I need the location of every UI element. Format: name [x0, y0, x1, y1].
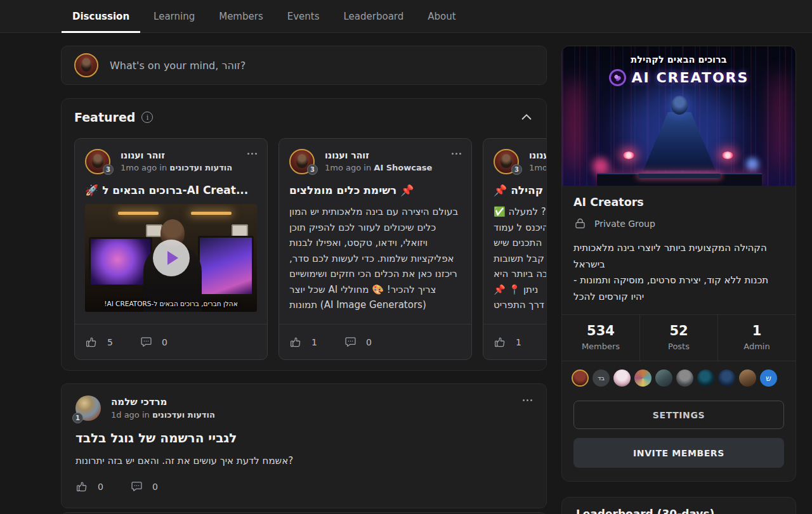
comment-count: 0 — [162, 337, 167, 347]
body-line: בה ביותר היא — [494, 266, 547, 282]
more-menu-icon[interactable] — [247, 149, 257, 155]
info-icon[interactable]: i — [141, 112, 153, 123]
group-name: AI Creators — [573, 196, 784, 209]
play-button[interactable] — [153, 240, 190, 276]
member-avatar[interactable]: בד — [593, 369, 610, 387]
author-avatar[interactable]: 3 — [85, 149, 110, 174]
glowing-hand — [623, 151, 634, 159]
settings-button[interactable]: SETTINGS — [573, 401, 784, 429]
author-name[interactable]: זוהר וענונו — [325, 149, 432, 162]
post-title[interactable]: לגביי הרשמה של גוגל בלבד — [75, 430, 532, 446]
featured-card-tools[interactable]: 3 זוהר וענונו 1mo ago in AI Showcase רשי… — [278, 138, 472, 360]
invite-members-button[interactable]: INVITE MEMBERS — [573, 438, 784, 468]
feed-column: What's on your mind, זוהר? Featured i 3 — [61, 46, 547, 514]
more-menu-icon[interactable] — [452, 149, 461, 155]
like-icon[interactable] — [75, 480, 89, 493]
description-line: הקהילה המקצועית ביותר ליוצרי בינה מלאכות… — [573, 240, 784, 273]
body-line: 📌 📍 ניתן — [494, 282, 547, 298]
post-category[interactable]: הודעות ועדכונים — [169, 163, 232, 172]
member-avatar[interactable] — [572, 369, 589, 387]
leaderboard-title: Leaderboard (30-days) — [576, 508, 782, 514]
member-avatar[interactable] — [718, 369, 735, 387]
author-avatar[interactable]: 3 — [494, 149, 519, 174]
discussion-post[interactable]: 1 מרדכי שלמה 1d ago in הודעות ועדכונים ל… — [61, 383, 547, 508]
group-stats: 534 Members 52 Posts 1 Admin — [562, 314, 796, 361]
glowing-hand — [722, 151, 733, 159]
author-name[interactable]: מרדכי שלמה — [111, 395, 215, 409]
tab-members[interactable]: Members — [208, 0, 274, 32]
author-name[interactable]: זוהר וענונו — [529, 149, 547, 162]
featured-card-welcome[interactable]: 3 זוהר וענונו 1mo ago in הודעות ועדכונים… — [74, 138, 268, 360]
tab-discussion[interactable]: Discussion — [62, 0, 140, 32]
video-thumbnail[interactable]: אהלן חברים, ברוכים הבאים ל-AI CREATORS! — [85, 204, 257, 312]
author-block: זוהר וענונו 1mo ago in הודעות ועדכונים — [529, 149, 547, 174]
author-name[interactable]: זוהר וענונו — [121, 149, 232, 162]
featured-title: Featured — [74, 110, 135, 124]
like-icon[interactable] — [289, 335, 303, 349]
stat-admins[interactable]: 1 Admin — [717, 315, 796, 361]
stat-label: Admin — [718, 342, 796, 351]
post-time: 1mo ago in — [121, 163, 167, 172]
post-meta: 1mo ago in הודעות ועדכונים — [529, 162, 547, 174]
card-header: 3 זוהר וענונו 1mo ago in AI Showcase — [289, 149, 461, 174]
member-avatar[interactable] — [697, 369, 714, 387]
group-banner-image[interactable]: ברוכים הבאים לקהילת AI CREATORS — [562, 46, 796, 186]
member-avatar[interactable]: ש — [760, 369, 777, 387]
speaker — [232, 224, 248, 237]
studio-light — [118, 212, 159, 215]
post-category[interactable]: הודעות ועדכונים — [152, 410, 215, 420]
like-icon[interactable] — [85, 335, 98, 349]
group-info: AI Creators Private Group הקהילה המקצועי… — [562, 186, 796, 305]
post-title[interactable]: 📌 קהילה — [494, 184, 547, 196]
stat-posts[interactable]: 52 Posts — [639, 315, 717, 361]
member-avatars-row: בד ש — [562, 361, 796, 395]
featured-header: Featured i — [74, 110, 534, 124]
stat-members[interactable]: 534 Members — [562, 315, 639, 361]
tab-about[interactable]: About — [417, 0, 466, 32]
post-body: ✅ למעלה ? היכנס ל עמוד התכנים שיש קבל תש… — [494, 204, 547, 313]
like-count: 0 — [98, 482, 103, 492]
banner-glow — [746, 158, 759, 170]
like-icon[interactable] — [494, 335, 507, 349]
banner-welcome-text: ברוכים הבאים לקהילת — [562, 55, 796, 65]
member-avatar[interactable] — [655, 369, 672, 387]
stat-value: 52 — [640, 323, 717, 338]
studio-light — [191, 212, 232, 215]
post-title[interactable]: 🚀 ברוכים הבאים ל-AI Creat... — [85, 184, 257, 196]
brain-logo-icon — [609, 69, 626, 86]
tab-learning[interactable]: Learning — [143, 0, 206, 32]
author-avatar[interactable]: 3 — [289, 149, 315, 174]
level-badge: 1 — [72, 413, 83, 423]
post-composer[interactable]: What's on your mind, זוהר? — [61, 46, 547, 85]
comment-count: 0 — [366, 337, 372, 347]
tab-leaderboard[interactable]: Leaderboard — [333, 0, 415, 32]
member-avatar[interactable] — [634, 369, 652, 387]
more-menu-icon[interactable] — [523, 395, 532, 401]
featured-card-community[interactable]: 3 זוהר וענונו 1mo ago in הודעות ועדכונים… — [483, 138, 547, 360]
author-avatar[interactable]: 1 — [75, 395, 101, 421]
post-title[interactable]: רשימת כלים מומלצים 📌 — [289, 184, 461, 196]
chevron-up-icon[interactable] — [520, 110, 534, 124]
card-header: 3 זוהר וענונו 1mo ago in הודעות ועדכונים — [494, 149, 547, 174]
author-block: זוהר וענונו 1mo ago in הודעות ועדכונים — [121, 149, 232, 174]
member-avatar[interactable] — [613, 369, 631, 387]
card-header: 3 זוהר וענונו 1mo ago in הודעות ועדכונים — [85, 149, 257, 174]
comment-icon[interactable] — [130, 480, 143, 493]
post-time: 1d ago in — [111, 410, 150, 420]
stat-value: 534 — [562, 323, 639, 338]
post-body: אשמח לדעת איך עושים את זה. והאם יש בזה י… — [75, 455, 532, 466]
card-footer: 5 0 — [75, 324, 267, 359]
card-header: 1 מרדכי שלמה 1d ago in הודעות ועדכונים — [75, 395, 532, 421]
body-line: קבל תשובות — [494, 251, 547, 267]
tab-events[interactable]: Events — [277, 0, 331, 32]
privacy-label: Private Group — [594, 219, 655, 229]
post-category[interactable]: AI Showcase — [374, 163, 432, 172]
member-avatar[interactable] — [676, 369, 693, 387]
banner-brand-text: AI CREATORS — [632, 70, 749, 86]
post-meta: 1d ago in הודעות ועדכונים — [111, 409, 215, 421]
current-user-avatar — [74, 53, 98, 77]
comment-icon[interactable] — [344, 335, 357, 349]
card-footer: 1 0 — [279, 324, 471, 359]
comment-icon[interactable] — [140, 335, 153, 349]
member-avatar[interactable] — [739, 369, 756, 387]
